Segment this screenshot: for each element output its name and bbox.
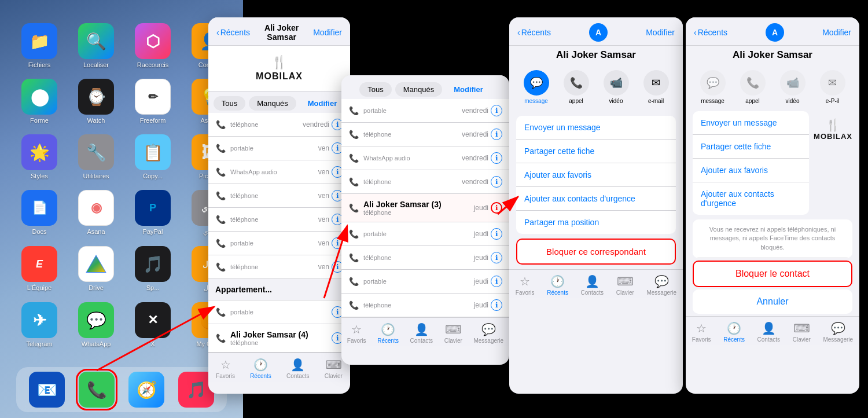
app-docs[interactable]: 📄 Docs (16, 190, 62, 236)
tab-favoris-2[interactable]: ☆ Favoris (347, 322, 366, 344)
tab-contacts-1[interactable]: 👤 Contacts (286, 358, 309, 379)
ajouter-favoris-4[interactable]: Ajouter aux favoris (693, 159, 809, 182)
appartement-label: Appartement... (208, 279, 350, 300)
tab-manques-2[interactable]: Manqués (395, 82, 442, 97)
app-lequipe[interactable]: E L'Équipe (16, 246, 62, 292)
tab-manques-1[interactable]: Manqués (249, 96, 296, 111)
tab-recents-1[interactable]: 🕐 Récents (250, 358, 271, 379)
ajouter-urgence[interactable]: Ajouter aux contacts d'urgence (516, 187, 676, 211)
modifier-button-4[interactable]: Modifier (822, 28, 851, 37)
app-asana[interactable]: ◉ Asana (73, 190, 119, 236)
info-circle-highlighted[interactable]: ℹ (491, 202, 502, 214)
tab-recents-3[interactable]: 🕐 Récents (547, 274, 568, 296)
app-whatsapp[interactable]: 💬 WhatsApp (73, 302, 119, 347)
app-paypal[interactable]: P PayPal (130, 190, 176, 236)
tab-favoris-4[interactable]: ☆ Favoris (692, 321, 711, 343)
app-localiser[interactable]: 🔍 Localiser (73, 23, 119, 68)
tab-favoris-3[interactable]: ☆ Favoris (516, 274, 535, 296)
partager-fiche-4[interactable]: Partager cette fiche (693, 135, 809, 159)
modifier-button-1[interactable]: Modifier (313, 28, 342, 37)
tab-contacts-4[interactable]: 👤 Contacts (757, 321, 780, 343)
tab-tous-2[interactable]: Tous (359, 82, 391, 97)
app-copy[interactable]: 📋 Copy... (130, 134, 176, 179)
list-item[interactable]: 📞 portable venℹ (208, 137, 350, 160)
back-button-4[interactable]: ‹ Récents (694, 28, 727, 37)
bottom-tabs-2: ☆ Favoris 🕐 Récents 👤 Contacts ⌨ Clavier… (341, 317, 509, 346)
envoyer-message-4[interactable]: Envoyer un message (693, 111, 809, 135)
tab-favoris-1[interactable]: ☆ Favoris (216, 358, 235, 379)
block-correspondant-btn[interactable]: Bloquer ce correspondant (516, 239, 676, 265)
tab-recents-4[interactable]: 🕐 Récents (723, 321, 745, 343)
modifier-button-3[interactable]: Modifier (646, 28, 675, 37)
list-item[interactable]: 📞 téléphone venℹ (208, 184, 350, 208)
action-appel-4[interactable]: 📞 appel (740, 70, 766, 104)
list-item[interactable]: 📞 portable jeudiℹ (341, 270, 509, 294)
tab-contacts-2[interactable]: 👤 Contacts (410, 322, 433, 344)
app-drive[interactable]: Drive (73, 246, 119, 292)
tab-messagerie-2[interactable]: 💬 Messagerie (473, 322, 503, 344)
dock-phone[interactable]: 📞 (79, 372, 115, 408)
tab-modifier-2[interactable]: Modifier (446, 82, 491, 97)
back-button-1[interactable]: ‹ Récents (216, 28, 250, 37)
ajouter-favoris[interactable]: Ajouter aux favoris (516, 163, 676, 187)
app-forme[interactable]: ⬤ Forme (16, 79, 62, 124)
list-item[interactable]: 📞 téléphone jeudiℹ (341, 246, 509, 270)
tab-tous-1[interactable]: Tous (214, 96, 245, 111)
action-buttons-4: 💬 message 📞 appel 📹 vidéo ✉ e-P-il (686, 63, 859, 111)
list-item[interactable]: 📞 portable vendrediℹ (341, 99, 509, 123)
list-item[interactable]: 📞 téléphone vendrediℹ (341, 170, 509, 194)
dock-safari[interactable]: 🧭 (128, 372, 164, 408)
action-video-3[interactable]: 📹 vidéo (604, 70, 629, 104)
app-grid: 📁 Fichiers 🔍 Localiser ⬡ Raccourcis 👤 Co… (0, 0, 243, 359)
block-contact-btn[interactable]: Bloquer le contact (693, 261, 852, 287)
app-watch[interactable]: ⌚ Watch (73, 79, 119, 124)
action-video-4[interactable]: 📹 vidéo (780, 70, 806, 104)
tab-contacts-3[interactable]: 👤 Contacts (581, 274, 604, 296)
tab-modifier-1[interactable]: Modifier (300, 96, 345, 111)
app-sp[interactable]: 🎵 Sp... (130, 246, 176, 292)
cancel-btn[interactable]: Annuler (693, 289, 852, 314)
tab-messagerie-3[interactable]: 💬 Messagerie (646, 274, 676, 296)
ali-joker-item-3[interactable]: 📞 Ali Joker Samsar (3) téléphone jeudi ℹ (341, 194, 509, 222)
bottom-tabs-3: ☆ Favoris 🕐 Récents 👤 Contacts ⌨ Clavier… (509, 269, 683, 298)
warning-text-4: Vous ne recevrez ni appels téléphoniques… (693, 219, 852, 258)
partager-fiche[interactable]: Partager cette fiche (516, 140, 676, 163)
partager-position[interactable]: Partager ma position (516, 211, 676, 234)
list-item[interactable]: 📞 téléphone venℹ (208, 255, 350, 279)
list-item[interactable]: 📞 portable jeudiℹ (341, 222, 509, 246)
app-raccourcis[interactable]: ⬡ Raccourcis (130, 23, 176, 68)
tab-clavier-1[interactable]: ⌨ Clavier (325, 358, 343, 379)
list-item[interactable]: 📞 téléphone vendrediℹ (341, 123, 509, 146)
action-message-4[interactable]: 💬 message (700, 70, 726, 104)
list-item[interactable]: 📞 téléphone vendrediℹ (208, 113, 350, 137)
list-item[interactable]: 📞 téléphone jeudiℹ (341, 294, 509, 317)
list-item[interactable]: 📞 portable ℹ (208, 300, 350, 324)
app-fichiers[interactable]: 📁 Fichiers (16, 23, 62, 68)
envoyer-message[interactable]: Envoyer un message (516, 116, 676, 140)
tabs-bar-1: Tous Manqués Modifier (208, 91, 350, 113)
tab-clavier-4[interactable]: ⌨ Clavier (793, 321, 811, 343)
tabs-bar-2: Tous Manqués Modifier (341, 75, 509, 99)
list-item[interactable]: 📞 WhatsApp audio venℹ (208, 160, 350, 184)
ali-joker-item-4[interactable]: 📞 Ali Joker Samsar (4) téléphone ℹ (208, 324, 350, 353)
action-appel-3[interactable]: 📞 appel (564, 70, 589, 104)
list-item[interactable]: 📞 portable venℹ (208, 232, 350, 255)
action-email-4[interactable]: ✉ e-P-il (820, 70, 845, 104)
app-styles[interactable]: 🌟 Styles (16, 134, 62, 179)
tab-clavier-3[interactable]: ⌨ Clavier (616, 274, 634, 296)
action-email-3[interactable]: ✉ e-mail (643, 70, 669, 104)
action-message-3[interactable]: 💬 message (524, 70, 549, 104)
dock-outlook[interactable]: 📧 (29, 372, 65, 408)
tab-recents-2[interactable]: 🕐 Récents (377, 322, 399, 344)
list-item[interactable]: 📞 téléphone venℹ (208, 208, 350, 232)
app-telegram[interactable]: ✈ Telegram (16, 302, 62, 347)
app-freeform[interactable]: ✏ Freeform (130, 79, 176, 124)
app-utilitaires[interactable]: 🔧 Utilitaires (73, 134, 119, 179)
tab-clavier-2[interactable]: ⌨ Clavier (444, 322, 462, 344)
tab-messagerie-4[interactable]: 💬 Messagerie (823, 321, 853, 343)
contact-options-list-4: Envoyer un message Partager cette fiche … (693, 111, 809, 215)
back-button-3[interactable]: ‹ Récents (517, 28, 551, 37)
list-item[interactable]: 📞 WhatsApp audio vendrediℹ (341, 146, 509, 170)
ajouter-urgence-4[interactable]: Ajouter aux contacts d'urgence (693, 182, 809, 215)
app-x[interactable]: ✕ X (130, 302, 176, 347)
